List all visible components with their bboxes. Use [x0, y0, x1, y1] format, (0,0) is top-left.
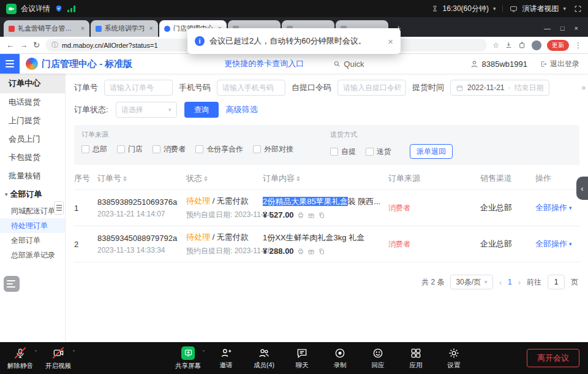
- coupon-query-link[interactable]: 更快捷的券卡查询入口: [224, 58, 304, 69]
- caret-up-icon[interactable]: ˆ: [73, 349, 75, 356]
- sort-icon[interactable]: [123, 176, 127, 181]
- sidebar-item-member-visit[interactable]: 会员上门: [0, 130, 65, 148]
- view-mode-caret-icon[interactable]: ▾: [563, 6, 566, 12]
- advanced-filter-link[interactable]: 高级筛选: [226, 104, 258, 115]
- filter-collapse-icon[interactable]: »: [581, 83, 586, 92]
- col-content[interactable]: 订单内容: [263, 173, 388, 184]
- side-drawer-handle[interactable]: ‹: [576, 177, 588, 200]
- tab-close-icon[interactable]: ×: [81, 25, 85, 32]
- caret-up-icon[interactable]: ˆ: [35, 349, 37, 356]
- date-end-placeholder[interactable]: 结束日期: [514, 83, 544, 93]
- calendar-icon: [456, 84, 464, 92]
- account-menu[interactable]: 8385wb1991: [470, 59, 527, 69]
- sidebar-item-all-orders[interactable]: 全部订单: [0, 233, 65, 248]
- row-actions-dropdown[interactable]: 全部操作▾: [535, 202, 579, 213]
- app-brand-title: 门店管理中心 - 标准版: [42, 58, 132, 70]
- fullscreen-icon[interactable]: [574, 5, 582, 13]
- extensions-icon[interactable]: [518, 41, 526, 49]
- checkbox-external[interactable]: 外部对接: [253, 144, 293, 155]
- goto-page-input[interactable]: [548, 275, 565, 289]
- order-status-select[interactable]: 请选择 ▾: [116, 102, 177, 118]
- browser-tab[interactable]: 系统培训学习 ×: [91, 20, 158, 37]
- checkbox-hq[interactable]: 总部: [81, 144, 107, 155]
- sort-icon[interactable]: [296, 176, 300, 181]
- print-icon[interactable]: [297, 212, 304, 219]
- sidebar-float-menu-button[interactable]: [4, 276, 20, 292]
- order-status-placeholder: 请选择: [121, 105, 143, 115]
- sidebar-item-card-pickup[interactable]: 卡包提货: [0, 148, 65, 167]
- date-start-value[interactable]: 2022-11-21: [467, 83, 505, 92]
- toast-close-icon[interactable]: ×: [388, 36, 393, 47]
- checkbox-icon: [153, 145, 160, 153]
- quick-search[interactable]: Quick: [333, 59, 364, 69]
- back-icon[interactable]: ←: [6, 40, 14, 50]
- checkbox-label: 送货: [377, 147, 391, 157]
- bookmark-star-icon[interactable]: ☆: [492, 41, 499, 50]
- sidebar-item-batch-verify[interactable]: 批量核销: [0, 167, 65, 185]
- col-status[interactable]: 状态: [186, 173, 263, 184]
- dispatch-return-button[interactable]: 派单退回: [410, 144, 453, 159]
- window-minimize-icon[interactable]: —: [544, 25, 551, 32]
- chat-button[interactable]: 聊天: [288, 347, 316, 370]
- sidebar-item-door-pickup[interactable]: 上门提货: [0, 112, 65, 130]
- record-button[interactable]: 录制: [326, 347, 354, 370]
- checkbox-self-pickup[interactable]: 自提: [330, 147, 356, 157]
- window-close-icon[interactable]: ×: [575, 25, 578, 32]
- start-video-button[interactable]: 开启视频 ˆ: [44, 346, 72, 370]
- unmute-button[interactable]: 解除静音 ˆ: [6, 346, 34, 370]
- forward-icon[interactable]: →: [20, 40, 28, 50]
- sidebar-toggle-button[interactable]: [0, 54, 20, 74]
- gift-box-icon[interactable]: [307, 248, 315, 255]
- copy-icon[interactable]: [318, 248, 325, 255]
- gift-box-icon[interactable]: [307, 212, 315, 219]
- logout-button[interactable]: 退出登录: [540, 59, 579, 69]
- refresh-icon[interactable]: ↻: [33, 40, 40, 50]
- prev-page-button[interactable]: ‹: [499, 278, 502, 287]
- download-icon[interactable]: [505, 41, 513, 49]
- members-button[interactable]: 成员(4): [250, 347, 278, 370]
- sidebar-collapse-handle[interactable]: [54, 201, 64, 215]
- browser-profile-avatar[interactable]: [532, 40, 541, 50]
- sort-icon[interactable]: [204, 176, 208, 181]
- print-icon[interactable]: [297, 248, 304, 255]
- meeting-details-label[interactable]: 会议详情: [21, 4, 50, 14]
- reaction-button[interactable]: 回应: [364, 347, 392, 370]
- date-range-picker[interactable]: 2022-11-21 - 结束日期: [450, 80, 549, 96]
- order-no-input[interactable]: [104, 80, 173, 96]
- checkbox-delivery[interactable]: 送货: [366, 147, 391, 157]
- search-button[interactable]: 查询: [184, 102, 219, 118]
- caret-up-icon[interactable]: ˆ: [203, 349, 205, 356]
- sidebar-item-phone-pickup[interactable]: 电话提货: [0, 93, 65, 112]
- timer-caret-icon[interactable]: ▾: [493, 6, 496, 12]
- shield-check-icon[interactable]: [55, 4, 63, 13]
- col-order-no[interactable]: 订单号: [97, 173, 186, 184]
- network-signal-icon[interactable]: [67, 6, 75, 12]
- next-page-button[interactable]: ›: [518, 278, 521, 287]
- checkbox-consumer[interactable]: 消费者: [153, 144, 186, 155]
- row-actions-dropdown[interactable]: 全部操作▾: [535, 239, 579, 250]
- kebab-menu-icon[interactable]: ⋮: [575, 41, 582, 50]
- view-mode-label[interactable]: 演讲者视图: [522, 4, 559, 14]
- leave-meeting-button[interactable]: 离开会议: [527, 349, 579, 367]
- sidebar-item-pending-orders[interactable]: 待处理订单: [0, 218, 65, 233]
- pickup-code-input[interactable]: [337, 80, 406, 96]
- browser-tab[interactable]: 礼盒营销平台管理中心 ×: [4, 20, 89, 37]
- sidebar-section-order-center[interactable]: 订单中心: [0, 74, 65, 93]
- window-maximize-icon[interactable]: □: [560, 25, 565, 32]
- meeting-timer[interactable]: 16:30(60分钟): [443, 4, 489, 14]
- phone-input[interactable]: [217, 80, 285, 96]
- page-size-select[interactable]: 30条/页▾: [450, 275, 492, 289]
- invite-button[interactable]: 邀请: [212, 347, 240, 370]
- tab-close-icon[interactable]: ×: [149, 25, 153, 32]
- checkbox-store[interactable]: 门店: [117, 144, 143, 155]
- copy-icon[interactable]: [318, 212, 325, 219]
- checkbox-share-coop[interactable]: 仓份享合作: [195, 144, 243, 155]
- sidebar-item-hq-dispatch-log[interactable]: 总部派单记录: [0, 248, 65, 262]
- site-info-icon[interactable]: ⓘ: [51, 40, 58, 50]
- col-source: 订单来源: [388, 173, 480, 184]
- share-screen-button[interactable]: 共享屏幕 ˆ: [174, 346, 202, 370]
- apps-button[interactable]: 应用: [402, 347, 430, 370]
- browser-update-button[interactable]: 更新: [547, 40, 569, 51]
- current-page[interactable]: 1: [508, 278, 512, 286]
- settings-button[interactable]: 设置: [440, 347, 468, 370]
